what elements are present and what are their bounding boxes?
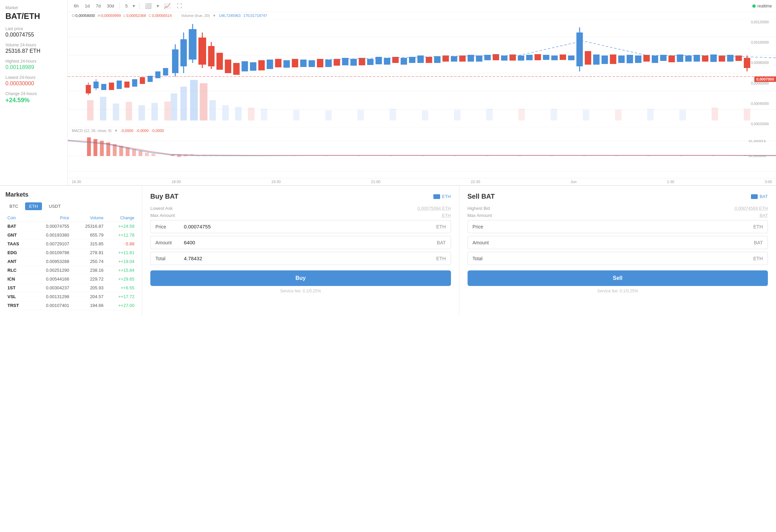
timeframe-1d[interactable]: 1d: [83, 3, 91, 9]
volume-value: 25316.87 ETH: [5, 48, 62, 54]
table-row[interactable]: VSL 0.00131298 204.57 ++17.72: [5, 292, 136, 301]
volume-cell: 194.66: [71, 301, 105, 310]
eth-badge-icon: [433, 194, 440, 199]
sell-price-input[interactable]: [498, 220, 749, 233]
svg-rect-20: [222, 105, 229, 120]
table-row[interactable]: ANT 0.00953288 250.74 ++19.04: [5, 257, 136, 266]
change-cell: ++27.00: [106, 301, 136, 310]
svg-rect-108: [585, 51, 591, 65]
h-label: H: [98, 14, 101, 18]
svg-rect-111: [610, 54, 616, 64]
svg-rect-65: [233, 63, 240, 75]
svg-rect-11: [126, 102, 132, 120]
svg-rect-115: [643, 55, 650, 62]
lowest-value: 0.00030000: [5, 81, 62, 87]
timeframe-7d[interactable]: 7d: [94, 3, 103, 9]
buy-price-input[interactable]: [181, 220, 432, 233]
svg-rect-140: [132, 149, 136, 156]
buy-currency-label: ETH: [442, 194, 451, 199]
svg-rect-12: [138, 105, 145, 120]
table-row[interactable]: TAAS 0.00729107 315.85 -5.88: [5, 240, 136, 248]
svg-rect-85: [401, 58, 407, 65]
price-cell: 0.00304237: [29, 284, 71, 292]
svg-rect-38: [744, 109, 750, 120]
chevron-down-icon[interactable]: ▼: [132, 4, 136, 8]
timeframe-6h[interactable]: 6h: [72, 3, 81, 9]
time-label: 3:00: [764, 180, 772, 184]
table-row[interactable]: TRST 0.00107401 194.66 ++27.00: [5, 301, 136, 310]
table-row[interactable]: BAT 0.00074755 25316.87 ++24.59: [5, 222, 136, 231]
o-label: O: [72, 14, 75, 18]
interval-select[interactable]: 5: [123, 3, 130, 9]
svg-rect-16: [180, 87, 187, 120]
price-cell: 0.00107401: [29, 301, 71, 310]
svg-rect-19: [209, 100, 216, 120]
table-row[interactable]: ICN 0.00544166 229.72 ++29.65: [5, 275, 136, 284]
timeframe-30d[interactable]: 30d: [105, 3, 116, 9]
sell-highest-bid-row: Highest Bid 0.00074569 ETH: [468, 206, 768, 211]
h-value: 0,00059999: [101, 14, 121, 18]
svg-rect-72: [292, 59, 298, 67]
svg-rect-26: [358, 110, 364, 120]
svg-rect-104: [560, 54, 566, 60]
tab-btc[interactable]: BTC: [5, 202, 22, 210]
svg-rect-110: [602, 56, 608, 64]
sell-price-currency: ETH: [749, 221, 768, 233]
realtime-badge: realtime: [752, 4, 772, 8]
vol-v1: 146,7245963: [219, 14, 240, 18]
chevron-down-icon2[interactable]: ▼: [156, 4, 160, 8]
sell-amount-currency: BAT: [749, 237, 768, 249]
sell-amount-row: Amount BAT: [468, 236, 768, 249]
highest-bid-label: Highest Bid: [468, 206, 490, 211]
svg-rect-24: [293, 110, 300, 120]
market-sidebar: Market BAT/ETH Last price 0.00074755 Vol…: [0, 0, 68, 185]
tab-eth[interactable]: ETH: [25, 202, 42, 210]
sell-total-input[interactable]: [498, 252, 749, 265]
coin-cell: TAAS: [5, 240, 29, 248]
svg-rect-109: [593, 54, 600, 65]
svg-rect-73: [300, 60, 307, 67]
buy-button[interactable]: Buy: [150, 270, 451, 286]
sell-currency-label: BAT: [760, 194, 768, 199]
buy-price-row: Price ETH: [150, 220, 451, 233]
table-row[interactable]: 1ST 0.00304237 205.93 ++6.55: [5, 284, 136, 292]
buy-amount-input[interactable]: [181, 236, 432, 249]
svg-rect-105: [568, 56, 575, 60]
buy-total-input[interactable]: [181, 252, 432, 265]
fullscreen-icon[interactable]: ⛶: [175, 2, 184, 10]
svg-rect-44: [101, 84, 106, 90]
candle-chart-icon[interactable]: ⬜: [143, 2, 154, 10]
sell-max-amount-value: BAT: [760, 213, 768, 218]
table-row[interactable]: EDG 0.00109798 278.91 ++11.81: [5, 248, 136, 257]
svg-rect-80: [359, 58, 365, 65]
svg-rect-35: [647, 109, 654, 120]
coin-cell: GNT: [5, 231, 29, 240]
tab-usdt[interactable]: USDT: [45, 202, 65, 210]
indicator-icon[interactable]: 📈: [162, 2, 173, 10]
svg-rect-96: [493, 54, 499, 60]
chart-area: 6h 1d 7d 30d 5 ▼ ⬜ ▼ 📈 ⛶ realtime: [68, 0, 776, 185]
svg-rect-49: [140, 77, 145, 84]
sell-button[interactable]: Sell: [468, 270, 768, 286]
svg-rect-36: [680, 110, 686, 120]
svg-rect-142: [145, 153, 149, 156]
svg-rect-15: [171, 93, 177, 120]
sell-amount-input[interactable]: [498, 236, 749, 249]
buy-panel-header: Buy BAT ETH: [150, 193, 451, 200]
svg-rect-46: [117, 81, 122, 89]
svg-rect-25: [325, 110, 332, 120]
svg-rect-30: [486, 109, 493, 120]
buy-amount-currency: BAT: [432, 237, 450, 249]
c-label: C: [149, 14, 151, 18]
svg-rect-47: [124, 82, 129, 88]
table-row[interactable]: GNT 0.00193380 655.79 ++11.78: [5, 231, 136, 240]
svg-rect-158: [390, 156, 392, 156]
svg-rect-113: [627, 55, 633, 63]
svg-rect-159: [422, 156, 425, 156]
change-cell: ++24.59: [106, 222, 136, 231]
svg-rect-74: [308, 60, 315, 67]
table-row[interactable]: RLC 0.00251290 238.16 ++15.84: [5, 266, 136, 275]
buy-price-label: Price: [151, 221, 181, 233]
col-price: Price: [29, 214, 71, 222]
svg-rect-97: [501, 56, 508, 61]
